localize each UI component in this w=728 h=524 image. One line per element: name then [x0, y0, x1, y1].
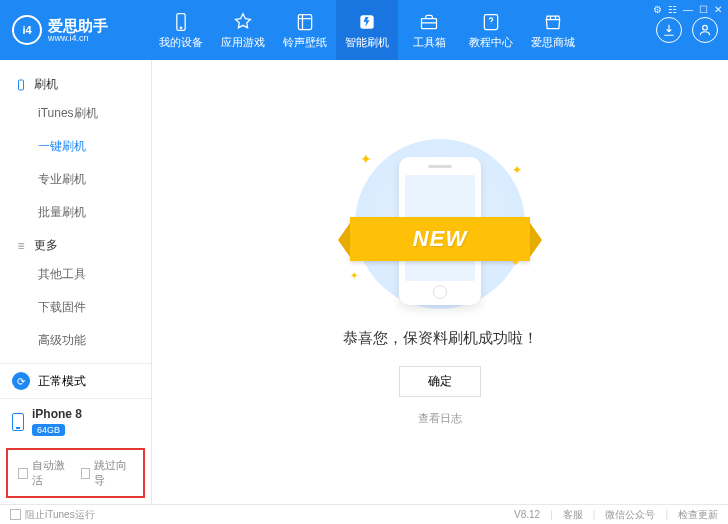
- nav-label: 应用游戏: [221, 35, 265, 50]
- support-link[interactable]: 客服: [563, 508, 583, 522]
- svg-point-6: [703, 25, 708, 30]
- svg-point-1: [180, 27, 182, 29]
- close-button[interactable]: ✕: [714, 4, 722, 15]
- tools-icon: [419, 11, 439, 33]
- update-link[interactable]: 检查更新: [678, 508, 718, 522]
- phone-icon: [171, 11, 191, 33]
- header: i4 爱思助手 www.i4.cn 我的设备应用游戏铃声壁纸智能刷机工具箱教程中…: [0, 0, 728, 60]
- nav-item-apps[interactable]: 应用游戏: [212, 0, 274, 60]
- flash-icon: [357, 11, 377, 33]
- sidebar-item[interactable]: 下载固件: [0, 291, 151, 324]
- success-message: 恭喜您，保资料刷机成功啦！: [343, 329, 538, 348]
- nav-item-phone[interactable]: 我的设备: [150, 0, 212, 60]
- mode-icon: ⟳: [12, 372, 30, 390]
- star-icon: ✦: [350, 270, 358, 281]
- nav-item-tools[interactable]: 工具箱: [398, 0, 460, 60]
- block-itunes-checkbox[interactable]: [10, 509, 21, 520]
- nav-label: 教程中心: [469, 35, 513, 50]
- nav-label: 智能刷机: [345, 35, 389, 50]
- user-button[interactable]: [692, 17, 718, 43]
- more-icon: ≡: [14, 239, 28, 253]
- sidebar-item[interactable]: 批量刷机: [0, 196, 151, 229]
- version-label: V8.12: [514, 509, 540, 520]
- help-icon: [481, 11, 501, 33]
- settings-icon[interactable]: ⚙: [653, 4, 662, 15]
- brand-url: www.i4.cn: [48, 33, 108, 43]
- star-icon: ✦: [511, 256, 520, 269]
- svg-rect-4: [422, 18, 437, 28]
- svg-rect-7: [19, 80, 24, 90]
- storage-badge: 64GB: [32, 424, 65, 436]
- ok-button[interactable]: 确定: [399, 366, 481, 397]
- main-nav: 我的设备应用游戏铃声壁纸智能刷机工具箱教程中心爱思商城: [150, 0, 656, 60]
- sidebar-group: ≡更多: [0, 229, 151, 258]
- sidebar-group: 刷机: [0, 68, 151, 97]
- sidebar: 刷机iTunes刷机一键刷机专业刷机批量刷机≡更多其他工具下载固件高级功能 ⟳ …: [0, 60, 152, 504]
- device-icon: [12, 413, 24, 431]
- sidebar-item[interactable]: 高级功能: [0, 324, 151, 357]
- logo-icon: i4: [12, 15, 42, 45]
- footer: 阻止iTunes运行 V8.12| 客服| 微信公众号| 检查更新: [0, 504, 728, 524]
- mode-label: 正常模式: [38, 373, 86, 390]
- shop-icon: [543, 11, 563, 33]
- sidebar-item[interactable]: 一键刷机: [0, 130, 151, 163]
- star-icon: ✦: [512, 163, 522, 177]
- phone-icon: [14, 78, 28, 92]
- nav-item-media[interactable]: 铃声壁纸: [274, 0, 336, 60]
- main-content: NEW ✦ ✦ ✦ ✦ 恭喜您，保资料刷机成功啦！ 确定 查看日志: [152, 60, 728, 504]
- block-itunes-label: 阻止iTunes运行: [25, 508, 95, 522]
- maximize-button[interactable]: ☐: [699, 4, 708, 15]
- success-illustration: NEW ✦ ✦ ✦ ✦: [330, 139, 550, 309]
- mode-row[interactable]: ⟳ 正常模式: [0, 364, 151, 399]
- apps-icon: [233, 11, 253, 33]
- sidebar-item[interactable]: 其他工具: [0, 258, 151, 291]
- skip-guide-checkbox[interactable]: 跳过向导: [81, 458, 134, 488]
- svg-rect-2: [298, 14, 311, 29]
- device-name: iPhone 8: [32, 407, 82, 421]
- nav-item-flash[interactable]: 智能刷机: [336, 0, 398, 60]
- download-button[interactable]: [656, 17, 682, 43]
- ribbon-text: NEW: [413, 226, 467, 252]
- media-icon: [295, 11, 315, 33]
- brand: i4 爱思助手 www.i4.cn: [0, 15, 150, 45]
- nav-label: 爱思商城: [531, 35, 575, 50]
- sidebar-item[interactable]: 专业刷机: [0, 163, 151, 196]
- auto-activate-checkbox[interactable]: 自动激活: [18, 458, 71, 488]
- minimize-button[interactable]: —: [683, 4, 693, 15]
- brand-name: 爱思助手: [48, 18, 108, 33]
- star-icon: ✦: [360, 151, 372, 167]
- nav-label: 铃声壁纸: [283, 35, 327, 50]
- nav-item-help[interactable]: 教程中心: [460, 0, 522, 60]
- device-row[interactable]: iPhone 8 64GB: [0, 399, 151, 444]
- view-log-link[interactable]: 查看日志: [418, 411, 462, 426]
- nav-label: 工具箱: [413, 35, 446, 50]
- skin-icon[interactable]: ☷: [668, 4, 677, 15]
- nav-item-shop[interactable]: 爱思商城: [522, 0, 584, 60]
- sidebar-item[interactable]: iTunes刷机: [0, 97, 151, 130]
- nav-label: 我的设备: [159, 35, 203, 50]
- bottom-options: 自动激活 跳过向导: [6, 448, 145, 498]
- wechat-link[interactable]: 微信公众号: [605, 508, 655, 522]
